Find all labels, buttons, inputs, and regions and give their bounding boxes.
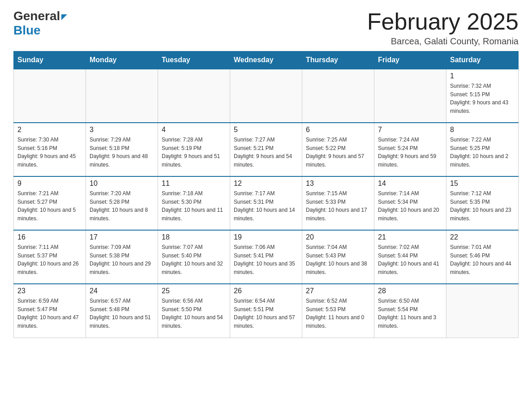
day-number: 6	[306, 126, 370, 134]
day-info: Sunrise: 7:20 AMSunset: 5:28 PMDaylight:…	[90, 189, 154, 223]
col-monday: Monday	[86, 51, 158, 69]
calendar-body: 1Sunrise: 7:32 AMSunset: 5:15 PMDaylight…	[14, 69, 519, 338]
day-number: 10	[90, 180, 154, 188]
day-info: Sunrise: 7:21 AMSunset: 5:27 PMDaylight:…	[17, 189, 82, 223]
day-number: 15	[450, 180, 515, 188]
day-number: 16	[17, 233, 82, 241]
calendar-cell: 13Sunrise: 7:15 AMSunset: 5:33 PMDayligh…	[302, 176, 374, 230]
day-info: Sunrise: 6:57 AMSunset: 5:48 PMDaylight:…	[90, 297, 154, 330]
day-info: Sunrise: 7:25 AMSunset: 5:22 PMDaylight:…	[306, 136, 370, 169]
calendar-cell: 4Sunrise: 7:28 AMSunset: 5:19 PMDaylight…	[158, 123, 230, 176]
calendar-cell	[158, 69, 230, 123]
calendar-cell: 11Sunrise: 7:18 AMSunset: 5:30 PMDayligh…	[158, 176, 230, 230]
col-saturday: Saturday	[446, 51, 519, 69]
day-info: Sunrise: 7:22 AMSunset: 5:25 PMDaylight:…	[450, 136, 515, 169]
day-info: Sunrise: 7:04 AMSunset: 5:43 PMDaylight:…	[306, 243, 370, 276]
calendar-cell	[302, 69, 374, 123]
day-number: 5	[234, 126, 298, 134]
calendar-cell: 2Sunrise: 7:30 AMSunset: 5:16 PMDaylight…	[14, 123, 86, 176]
calendar-cell: 7Sunrise: 7:24 AMSunset: 5:24 PMDaylight…	[374, 123, 446, 176]
day-number: 2	[17, 126, 82, 134]
calendar-cell	[374, 69, 446, 123]
logo-general: General	[13, 9, 60, 23]
calendar-week-5: 23Sunrise: 6:59 AMSunset: 5:47 PMDayligh…	[14, 284, 519, 338]
day-number: 9	[17, 180, 82, 188]
day-number: 11	[162, 180, 226, 188]
day-info: Sunrise: 7:02 AMSunset: 5:44 PMDaylight:…	[378, 243, 442, 276]
day-info: Sunrise: 7:15 AMSunset: 5:33 PMDaylight:…	[306, 189, 370, 223]
day-number: 17	[90, 233, 154, 241]
day-number: 27	[306, 287, 370, 295]
logo-blue: Blue	[13, 23, 67, 38]
calendar-cell: 23Sunrise: 6:59 AMSunset: 5:47 PMDayligh…	[14, 284, 86, 338]
calendar-cell: 8Sunrise: 7:22 AMSunset: 5:25 PMDaylight…	[446, 123, 519, 176]
calendar-cell: 26Sunrise: 6:54 AMSunset: 5:51 PMDayligh…	[230, 284, 302, 338]
day-info: Sunrise: 7:29 AMSunset: 5:18 PMDaylight:…	[90, 136, 154, 169]
calendar-cell: 19Sunrise: 7:06 AMSunset: 5:41 PMDayligh…	[230, 230, 302, 284]
logo-text-container: General Blue	[13, 9, 67, 38]
calendar-cell: 27Sunrise: 6:52 AMSunset: 5:53 PMDayligh…	[302, 284, 374, 338]
col-sunday: Sunday	[14, 51, 86, 69]
day-number: 1	[450, 72, 515, 80]
calendar-cell	[14, 69, 86, 123]
day-number: 13	[306, 180, 370, 188]
calendar-table: Sunday Monday Tuesday Wednesday Thursday…	[13, 51, 519, 338]
calendar-week-4: 16Sunrise: 7:11 AMSunset: 5:37 PMDayligh…	[14, 230, 519, 284]
day-info: Sunrise: 7:32 AMSunset: 5:15 PMDaylight:…	[450, 82, 515, 115]
col-thursday: Thursday	[302, 51, 374, 69]
day-number: 12	[234, 180, 298, 188]
day-number: 22	[450, 233, 515, 241]
calendar-week-3: 9Sunrise: 7:21 AMSunset: 5:27 PMDaylight…	[14, 176, 519, 230]
calendar-cell	[446, 284, 519, 338]
day-number: 18	[162, 233, 226, 241]
day-info: Sunrise: 7:24 AMSunset: 5:24 PMDaylight:…	[378, 136, 442, 169]
day-info: Sunrise: 6:50 AMSunset: 5:54 PMDaylight:…	[378, 297, 442, 330]
day-number: 21	[378, 233, 442, 241]
col-tuesday: Tuesday	[158, 51, 230, 69]
day-number: 3	[90, 126, 154, 134]
day-info: Sunrise: 7:28 AMSunset: 5:19 PMDaylight:…	[162, 136, 226, 169]
day-number: 25	[162, 287, 226, 295]
day-number: 28	[378, 287, 442, 295]
calendar-week-1: 1Sunrise: 7:32 AMSunset: 5:15 PMDaylight…	[14, 69, 519, 123]
calendar-cell: 25Sunrise: 6:56 AMSunset: 5:50 PMDayligh…	[158, 284, 230, 338]
calendar-cell: 16Sunrise: 7:11 AMSunset: 5:37 PMDayligh…	[14, 230, 86, 284]
calendar-cell: 1Sunrise: 7:32 AMSunset: 5:15 PMDaylight…	[446, 69, 519, 123]
day-info: Sunrise: 7:11 AMSunset: 5:37 PMDaylight:…	[17, 243, 82, 276]
calendar-cell: 6Sunrise: 7:25 AMSunset: 5:22 PMDaylight…	[302, 123, 374, 176]
day-number: 7	[378, 126, 442, 134]
calendar-cell: 15Sunrise: 7:12 AMSunset: 5:35 PMDayligh…	[446, 176, 519, 230]
day-info: Sunrise: 7:01 AMSunset: 5:46 PMDaylight:…	[450, 243, 515, 276]
calendar-cell: 21Sunrise: 7:02 AMSunset: 5:44 PMDayligh…	[374, 230, 446, 284]
day-number: 26	[234, 287, 298, 295]
calendar-cell: 17Sunrise: 7:09 AMSunset: 5:38 PMDayligh…	[86, 230, 158, 284]
calendar-cell: 12Sunrise: 7:17 AMSunset: 5:31 PMDayligh…	[230, 176, 302, 230]
calendar-cell: 14Sunrise: 7:14 AMSunset: 5:34 PMDayligh…	[374, 176, 446, 230]
calendar-week-2: 2Sunrise: 7:30 AMSunset: 5:16 PMDaylight…	[14, 123, 519, 176]
calendar-cell: 10Sunrise: 7:20 AMSunset: 5:28 PMDayligh…	[86, 176, 158, 230]
col-wednesday: Wednesday	[230, 51, 302, 69]
calendar-title: February 2025	[367, 9, 519, 34]
day-number: 19	[234, 233, 298, 241]
calendar-cell: 20Sunrise: 7:04 AMSunset: 5:43 PMDayligh…	[302, 230, 374, 284]
day-info: Sunrise: 6:56 AMSunset: 5:50 PMDaylight:…	[162, 297, 226, 330]
calendar-cell: 28Sunrise: 6:50 AMSunset: 5:54 PMDayligh…	[374, 284, 446, 338]
day-info: Sunrise: 7:06 AMSunset: 5:41 PMDaylight:…	[234, 243, 298, 276]
calendar-header: Sunday Monday Tuesday Wednesday Thursday…	[14, 51, 519, 69]
calendar-subtitle: Barcea, Galati County, Romania	[367, 36, 519, 47]
day-number: 4	[162, 126, 226, 134]
day-info: Sunrise: 6:54 AMSunset: 5:51 PMDaylight:…	[234, 297, 298, 330]
calendar-cell: 5Sunrise: 7:27 AMSunset: 5:21 PMDaylight…	[230, 123, 302, 176]
calendar-cell	[86, 69, 158, 123]
day-number: 24	[90, 287, 154, 295]
calendar-cell: 22Sunrise: 7:01 AMSunset: 5:46 PMDayligh…	[446, 230, 519, 284]
day-info: Sunrise: 7:09 AMSunset: 5:38 PMDaylight:…	[90, 243, 154, 276]
calendar-cell: 18Sunrise: 7:07 AMSunset: 5:40 PMDayligh…	[158, 230, 230, 284]
day-info: Sunrise: 7:17 AMSunset: 5:31 PMDaylight:…	[234, 189, 298, 223]
calendar-cell: 9Sunrise: 7:21 AMSunset: 5:27 PMDaylight…	[14, 176, 86, 230]
day-number: 23	[17, 287, 82, 295]
day-info: Sunrise: 7:27 AMSunset: 5:21 PMDaylight:…	[234, 136, 298, 169]
logo: General Blue	[13, 9, 67, 38]
day-info: Sunrise: 7:07 AMSunset: 5:40 PMDaylight:…	[162, 243, 226, 276]
day-info: Sunrise: 7:18 AMSunset: 5:30 PMDaylight:…	[162, 189, 226, 223]
